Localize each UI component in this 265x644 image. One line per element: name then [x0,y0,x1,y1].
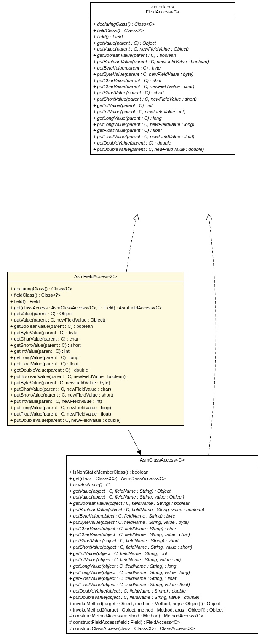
uml-operation: + fieldClass() : Class<?> [93,27,232,34]
uml-operation: + putShortValue(parent : C, newFieldValu… [10,392,181,398]
uml-operation: # constructMethodAccess(method : Method)… [69,613,255,619]
uml-operation: + putValue(object : C, fieldName : Strin… [69,494,255,500]
uml-operation: + getCharValue(object : C, fieldName : S… [69,526,255,532]
uml-operation: + getBooleanValue(object : C, fieldName … [69,500,255,507]
uml-operation: + getLongValue(parent : C) : long [10,354,181,361]
class-name: FieldAccess<C> [93,9,232,14]
uml-operation: + putByteValue(object : C, fieldName : S… [69,519,255,526]
stereotype-label: «interface» [93,4,232,9]
uml-operation: + get(classAccess : AsmClassAccess<C>, f… [10,305,181,311]
uml-operation: # constructFieldAccess(field : Field) : … [69,619,255,625]
uml-operation: + putCharValue(parent : C, newFieldValue… [10,386,181,392]
uml-operation: + getDoubleValue(object : C, fieldName :… [69,588,255,594]
uml-title-asmclassaccess: AsmClassAccess<C> [67,456,258,464]
uml-operation: + putShortValue(object : C, fieldName : … [69,544,255,550]
uml-attrs-empty [8,281,184,284]
uml-operation: + getValue(parent : C) : Object [93,40,232,46]
uml-operation: + getDoubleValue(parent : C) : double [10,367,181,373]
uml-title-fieldaccess: «interface» FieldAccess<C> [91,3,235,16]
dependency-asmclass-to-fieldaccess [209,214,216,455]
uml-operation: + getByteValue(parent : C) : byte [10,330,181,336]
uml-operation: + field() : Field [93,34,232,40]
uml-class-asmclassaccess: AsmClassAccess<C> + isNonStaticMemberCla… [66,455,258,634]
uml-operation: + putLongValue(parent : C, newFieldValue… [93,121,232,128]
uml-operation: + putBooleanValue(parent : C, newFieldVa… [10,373,181,380]
class-name: AsmClassAccess<C> [69,457,255,462]
uml-operation: + getShortValue(parent : C) : short [10,342,181,349]
uml-ops-fieldaccess: + declaringClass() : Class<C>+ fieldClas… [91,19,235,154]
uml-operation: + get(clazz : Class<C>) : AsmClassAccess… [69,475,255,482]
uml-interface-fieldaccess: «interface» FieldAccess<C> + declaringCl… [90,2,235,155]
uml-operation: + putValue(parent : C, newFieldValue : O… [93,46,232,52]
uml-operation: + putShortValue(parent : C, newFieldValu… [93,96,232,102]
uml-operation: + putByteValue(parent : C, newFieldValue… [93,71,232,78]
uml-operation: + field() : Field [10,298,181,305]
uml-operation: + putFloatValue(object : C, fieldName : … [69,582,255,588]
uml-operation: + getFloatValue(object : C, fieldName : … [69,575,255,582]
uml-operation: + getFloatValue(parent : C) : float [93,127,232,134]
uml-operation: + invokeMethod2(target : Object, method … [69,607,255,613]
uml-operation: + getLongValue(object : C, fieldName : S… [69,563,255,569]
uml-operation: + getCharValue(parent : C) : char [93,78,232,84]
uml-class-asmfieldaccess: AsmFieldAccess<C> + declaringClass() : C… [7,272,184,426]
uml-title-asmfieldaccess: AsmFieldAccess<C> [8,272,184,281]
uml-operation: + getLongValue(parent : C) : long [93,115,232,121]
uml-operation: + putIntValue(parent : C, newFieldValue … [93,109,232,115]
uml-operation: + putBooleanValue(object : C, fieldName … [69,507,255,513]
uml-operation: + putIntValue(parent : C, newFieldValue … [10,398,181,405]
uml-operation: + putValue(parent : C, newFieldValue : O… [10,317,181,323]
uml-operation: + getShortValue(object : C, fieldName : … [69,538,255,544]
uml-operation: + putLongValue(object : C, fieldName : S… [69,569,255,576]
uml-operation: + getCharValue(parent : C) : char [10,336,181,342]
uml-operation: + newInstance() : C [69,482,255,488]
realization-asmfield-to-fieldaccess [126,214,137,272]
uml-operation: + putFloatValue(parent : C, newFieldValu… [10,411,181,417]
uml-attrs-empty [91,16,235,19]
uml-operation: + putBooleanValue(parent : C, newFieldVa… [93,59,232,65]
uml-operation: + putIntValue(object : C, fieldName : St… [69,557,255,563]
uml-attrs-empty [67,464,258,467]
uml-operation: + putCharValue(parent : C, newFieldValue… [93,83,232,90]
uml-operation: + getByteValue(parent : C) : byte [93,65,232,71]
uml-operation: + declaringClass() : Class<C> [10,286,181,292]
uml-operation: + getBooleanValue(parent : C) : boolean [10,323,181,330]
uml-operation: + getDoubleValue(parent : C) : double [93,140,232,146]
uml-operation: + putCharValue(object : C, fieldName : S… [69,531,255,538]
uml-operation: + invokeMethod(target : Object, method :… [69,601,255,607]
uml-operation: # constructClassAccess(clazz : Class<X>)… [69,625,255,632]
association-asmfield-to-asmclass [128,430,141,455]
uml-operation: + getValue(parent : C) : Object [10,311,181,317]
uml-operation: + getIntValue(parent : C) : int [93,102,232,109]
uml-operation: + putFloatValue(parent : C, newFieldValu… [93,134,232,140]
uml-operation: + getBooleanValue(parent : C) : boolean [93,52,232,59]
uml-operation: + isNonStaticMemberClass() : boolean [69,469,255,475]
uml-operation: + getValue(object : C, fieldName : Strin… [69,488,255,494]
uml-operation: + putDoubleValue(parent : C, newFieldVal… [10,417,181,424]
uml-operation: + putDoubleValue(object : C, fieldName :… [69,594,255,601]
uml-operation: + fieldClass() : Class<?> [10,292,181,298]
uml-operation: + putLongValue(parent : C, newFieldValue… [10,405,181,411]
class-name: AsmFieldAccess<C> [10,274,181,279]
uml-ops-asmclassaccess: + isNonStaticMemberClass() : boolean+ ge… [67,467,258,633]
uml-operation: + getFloatValue(parent : C) : float [10,361,181,367]
uml-operation: + putByteValue(parent : C, newFieldValue… [10,380,181,386]
uml-operation: + getByteValue(object : C, fieldName : S… [69,513,255,519]
uml-operation: + putDoubleValue(parent : C, newFieldVal… [93,146,232,153]
uml-operation: + getShortValue(parent : C) : short [93,90,232,96]
uml-operation: + getIntValue(object : C, fieldName : St… [69,550,255,557]
uml-operation: + declaringClass() : Class<C> [93,21,232,27]
uml-ops-asmfieldaccess: + declaringClass() : Class<C>+ fieldClas… [8,284,184,425]
uml-operation: + getIntValue(parent : C) : int [10,348,181,354]
